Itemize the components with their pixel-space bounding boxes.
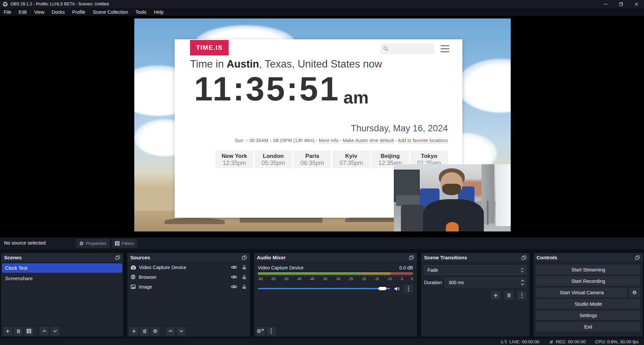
- combo-arrows-icon[interactable]: [518, 266, 526, 274]
- menu-view[interactable]: View: [31, 8, 48, 16]
- remove-transition-button[interactable]: [504, 291, 513, 300]
- close-button[interactable]: [629, 0, 644, 8]
- webcam-person-beard: [442, 184, 461, 195]
- transition-select[interactable]: Fade: [424, 265, 526, 275]
- hamburger-menu-icon[interactable]: [441, 45, 449, 52]
- broadcast-off-icon: [501, 340, 507, 344]
- make-default-link[interactable]: Make Austin time default: [342, 138, 394, 143]
- scene-transitions-header[interactable]: Scene Transitions: [421, 253, 530, 262]
- timeis-logo[interactable]: TIME.IS: [190, 40, 229, 55]
- popout-icon[interactable]: [635, 255, 640, 260]
- webcam-tripod-decoration: [487, 201, 489, 225]
- scene-preview[interactable]: TIME.IS Time in Austin, Texas, United St…: [134, 18, 511, 231]
- sources-list: Video Capture Device Browser: [127, 262, 250, 325]
- controls-header[interactable]: Controls: [534, 253, 643, 262]
- timeis-heading: Time in Austin, Texas, United States now: [190, 58, 382, 70]
- popout-icon[interactable]: [115, 255, 120, 260]
- scene-item-screenshare[interactable]: Screenshare: [2, 274, 122, 283]
- dock-area: Scenes Clock Test Screenshare: [0, 249, 644, 339]
- menu-docks[interactable]: Docks: [48, 8, 68, 16]
- visibility-eye-icon[interactable]: [231, 285, 237, 289]
- search-icon: [383, 46, 388, 51]
- remove-source-button[interactable]: [140, 327, 149, 336]
- more-info-link[interactable]: More info: [319, 138, 338, 143]
- virtual-camera-config-button[interactable]: ⚙: [629, 288, 640, 297]
- scene-transitions-panel: Scene Transitions Fade Duration 300 ms: [421, 253, 530, 337]
- transition-properties-button[interactable]: [517, 291, 526, 300]
- webcam-shirt-logo: [446, 222, 459, 231]
- scenes-header[interactable]: Scenes: [1, 253, 123, 262]
- menu-tools[interactable]: Tools: [132, 8, 150, 16]
- obs-logo-icon: [3, 2, 8, 7]
- menu-profile[interactable]: Profile: [68, 8, 89, 16]
- sun-info-line: Sun: ↑ 06:35AM ↓ 08:20PM (13h 46m) - Mor…: [235, 138, 448, 143]
- image-icon: [131, 285, 136, 289]
- move-source-down-button[interactable]: [177, 327, 186, 336]
- webcam-chair-decoration: [401, 205, 424, 231]
- sources-panel: Sources Video Capture Device: [127, 253, 250, 337]
- lock-open-icon[interactable]: [242, 265, 246, 270]
- world-clock-london[interactable]: London 05:35pm: [255, 150, 292, 168]
- add-favorite-link[interactable]: Add to favorite locations: [398, 138, 448, 143]
- source-item-video-capture[interactable]: Video Capture Device: [127, 262, 250, 272]
- start-streaming-button[interactable]: Start Streaming: [536, 265, 640, 274]
- timeis-search-box[interactable]: [380, 43, 434, 54]
- maximize-button[interactable]: [613, 0, 629, 8]
- preview-canvas[interactable]: TIME.IS Time in Austin, Texas, United St…: [0, 16, 644, 238]
- filters-button[interactable]: Filters: [112, 239, 137, 248]
- menu-file[interactable]: File: [0, 8, 15, 16]
- sources-header[interactable]: Sources: [127, 253, 250, 262]
- popout-icon[interactable]: [521, 255, 526, 260]
- scenes-toolbar: [1, 325, 123, 337]
- duration-spinbox[interactable]: 300 ms: [445, 278, 526, 287]
- popout-icon[interactable]: [242, 255, 247, 260]
- add-source-button[interactable]: [129, 327, 138, 336]
- add-scene-button[interactable]: [3, 327, 12, 336]
- remove-scene-button[interactable]: [14, 327, 23, 336]
- scene-item-clock-test[interactable]: Clock Test: [2, 263, 122, 273]
- volume-slider[interactable]: [258, 287, 390, 290]
- popout-icon[interactable]: [409, 255, 414, 260]
- lock-open-icon[interactable]: [242, 274, 246, 279]
- minimize-button[interactable]: [598, 0, 613, 8]
- gear-icon: ⚙: [79, 241, 84, 246]
- webcam-overlay[interactable]: [394, 164, 511, 231]
- properties-button[interactable]: ⚙ Properties: [76, 239, 110, 248]
- start-virtual-camera-button[interactable]: Start Virtual Camera: [536, 288, 627, 297]
- source-item-browser[interactable]: Browser: [127, 272, 250, 282]
- spinbox-arrows-icon[interactable]: [519, 280, 526, 285]
- start-recording-button[interactable]: Start Recording: [536, 276, 640, 286]
- menu-edit[interactable]: Edit: [15, 8, 31, 16]
- camera-icon: [131, 265, 136, 270]
- scene-filters-button[interactable]: [25, 327, 34, 336]
- lock-open-icon[interactable]: [242, 284, 246, 289]
- visibility-eye-icon[interactable]: [231, 275, 237, 279]
- move-scene-down-button[interactable]: [50, 327, 59, 336]
- mixer-menu-button[interactable]: [267, 327, 276, 336]
- source-toolbar: No source selected ⚙ Properties Filters: [0, 238, 644, 249]
- mixer-options-button[interactable]: [404, 284, 413, 293]
- rec-status: REC: 00:00:00: [549, 339, 586, 344]
- menu-help[interactable]: Help: [150, 8, 167, 16]
- exit-button[interactable]: Exit: [536, 322, 640, 332]
- world-clock-kyiv[interactable]: Kyiv 07:35pm: [332, 150, 370, 168]
- advanced-audio-button[interactable]: ⚙⚙: [256, 327, 265, 336]
- studio-mode-button[interactable]: Studio Mode: [536, 299, 640, 309]
- search-input[interactable]: [388, 46, 429, 51]
- settings-button[interactable]: Settings: [536, 310, 640, 320]
- add-transition-button[interactable]: [491, 291, 500, 300]
- source-properties-button[interactable]: ⚙: [151, 327, 160, 336]
- volume-slider-handle[interactable]: [378, 287, 386, 290]
- speaker-icon[interactable]: [394, 286, 400, 291]
- visibility-eye-icon[interactable]: [231, 265, 237, 269]
- source-item-image[interactable]: Image: [127, 282, 250, 292]
- cpu-status: CPU: 0.6%, 30.00 fps: [595, 339, 639, 344]
- sources-toolbar: ⚙: [127, 325, 250, 337]
- audio-mixer-header[interactable]: Audio Mixer: [254, 253, 417, 262]
- time-digits: 11:35:51: [194, 73, 340, 105]
- move-scene-up-button[interactable]: [40, 327, 49, 336]
- world-clock-newyork[interactable]: New York 12:35pm: [216, 150, 253, 168]
- menu-scene-collection[interactable]: Scene Collection: [89, 8, 132, 16]
- move-source-up-button[interactable]: [166, 327, 175, 336]
- world-clock-paris[interactable]: Paris 06:35pm: [293, 150, 331, 168]
